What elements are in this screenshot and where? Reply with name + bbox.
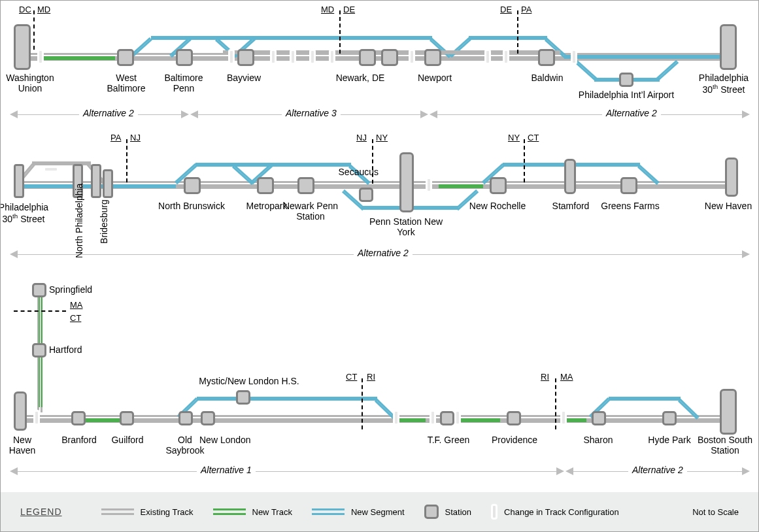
st-phil-airport xyxy=(619,73,633,87)
st-newlondon xyxy=(201,411,215,425)
state-de-2: DE xyxy=(500,5,512,14)
state-ny-1: NY xyxy=(376,133,388,142)
alt2-a: Alternative 2 xyxy=(79,108,138,118)
state-ct-1: CT xyxy=(528,133,539,142)
text: Change in Track Configuration xyxy=(504,507,619,517)
text: New Segment xyxy=(351,507,405,517)
cfg-r1-10 xyxy=(571,49,577,65)
alt2-d: Alternative 2 xyxy=(628,465,687,475)
text: Guilford xyxy=(111,435,143,445)
lbl-newlondon: New London xyxy=(199,435,271,445)
cfg-r1-4 xyxy=(290,49,296,65)
cfg-r1-5 xyxy=(309,49,316,65)
swatch-existing xyxy=(101,508,134,515)
lbl-newroch: New Rochelle xyxy=(458,201,537,211)
state-de-1: DE xyxy=(343,5,355,14)
lbl-springfield: Springfield xyxy=(49,284,108,295)
legend-station: Station xyxy=(424,505,471,519)
text: New Track xyxy=(252,507,292,517)
st-baldwin xyxy=(538,49,555,66)
text: Hyde Park xyxy=(648,435,690,445)
track-green-r3c xyxy=(461,418,500,422)
st-balt-penn xyxy=(176,49,193,66)
seg-blue-top1 xyxy=(151,36,432,40)
lbl-mystic: Mystic/New London H.S. xyxy=(184,376,314,386)
alt3-a: Alternative 3 xyxy=(282,108,341,118)
st-providence xyxy=(507,411,521,425)
text: Branford xyxy=(61,435,97,445)
lbl-providence: Providence xyxy=(482,435,547,445)
text: Station xyxy=(445,507,471,517)
border-ri-ma xyxy=(555,378,556,429)
state-ny-2: NY xyxy=(508,133,520,142)
st-mystic xyxy=(236,390,250,405)
st-newark-de xyxy=(359,49,376,66)
alt1-a: Alternative 1 xyxy=(197,465,256,475)
lbl-pennny: Penn Station New York xyxy=(367,216,445,237)
seg-blue-mid-right xyxy=(564,55,732,59)
st-bayview xyxy=(237,49,254,66)
state-ri-2: RI xyxy=(541,372,549,382)
st-newport xyxy=(381,49,398,66)
track-green-r3b xyxy=(399,418,426,422)
cfg-r2-v xyxy=(43,166,59,173)
lbl-branford: Branford xyxy=(53,435,105,445)
track-green-r2 xyxy=(439,184,483,188)
text: Newark Penn Station xyxy=(283,201,338,222)
st-boston xyxy=(720,389,737,435)
st-newhaven-a xyxy=(725,158,738,197)
swatch-newsegment xyxy=(312,508,345,515)
text: West Baltimore xyxy=(107,73,145,93)
text: Hartford xyxy=(49,344,82,355)
row-3: Springfield Hartford MA CT CT RI RI MA xyxy=(1,279,758,482)
st-metropark xyxy=(257,177,274,194)
cfg-r1-3 xyxy=(270,49,277,65)
st-brides xyxy=(91,164,101,198)
lbl-washington: Washington Union xyxy=(1,73,59,93)
st-penn-ny xyxy=(399,152,414,212)
text: Providence xyxy=(492,435,537,445)
state-ct-2: CT xyxy=(346,372,357,382)
altrow-2: Alternative 2 xyxy=(1,248,758,261)
text: Bridesburg xyxy=(99,199,109,244)
arrow xyxy=(10,110,18,118)
st-phil30-b xyxy=(14,164,24,198)
cfg-r1-2 xyxy=(228,49,235,65)
seg-blue-r3-top2 xyxy=(609,397,681,401)
state-ri-1: RI xyxy=(367,372,375,382)
arrow xyxy=(190,110,198,118)
state-pa-2: PA xyxy=(110,133,121,142)
st-newrochelle xyxy=(490,177,507,194)
legend-newtrack: New Track xyxy=(213,507,292,517)
text: Bayview xyxy=(227,73,261,83)
st-stamford xyxy=(564,159,576,194)
cfg-r3-4 xyxy=(560,410,567,425)
arrow xyxy=(742,250,750,258)
legend-title: LEGEND xyxy=(20,507,62,517)
lbl-baltpenn: Baltimore Penn xyxy=(158,73,210,93)
text: Secaucus xyxy=(339,167,379,177)
cfg-r3-0 xyxy=(33,410,40,425)
lbl-newhaven-b: New Haven xyxy=(0,435,45,456)
seg-blue-top2 xyxy=(469,36,547,40)
arrow xyxy=(10,250,18,258)
lbl-newarkpenn: Newark Penn Station xyxy=(278,201,343,222)
st-greens xyxy=(620,177,637,194)
text: New Haven xyxy=(705,201,752,211)
st-hartford xyxy=(32,343,46,357)
row-1: DC MD MD DE DE PA Washington Union West … xyxy=(1,14,758,131)
text: Newport xyxy=(418,73,452,83)
cfg-r2-1 xyxy=(426,177,432,193)
track-new-dc-wb xyxy=(40,56,115,60)
diagram-frame: DC MD MD DE DE PA Washington Union West … xyxy=(0,0,759,532)
text: New Rochelle xyxy=(469,201,526,211)
lbl-nphil: North Philadelphia xyxy=(74,193,84,258)
st-w-baltimore xyxy=(117,49,134,66)
st-hydepark xyxy=(662,411,677,425)
lbl-phil30-b: Philadelphia30th Street xyxy=(0,202,53,224)
lbl-newarkde: Newark, DE xyxy=(328,73,393,83)
cfg-r3-2 xyxy=(430,410,436,425)
state-pa-1: PA xyxy=(521,5,531,14)
cfg-r1-7 xyxy=(409,49,415,65)
cfg-r1-1 xyxy=(37,49,44,65)
